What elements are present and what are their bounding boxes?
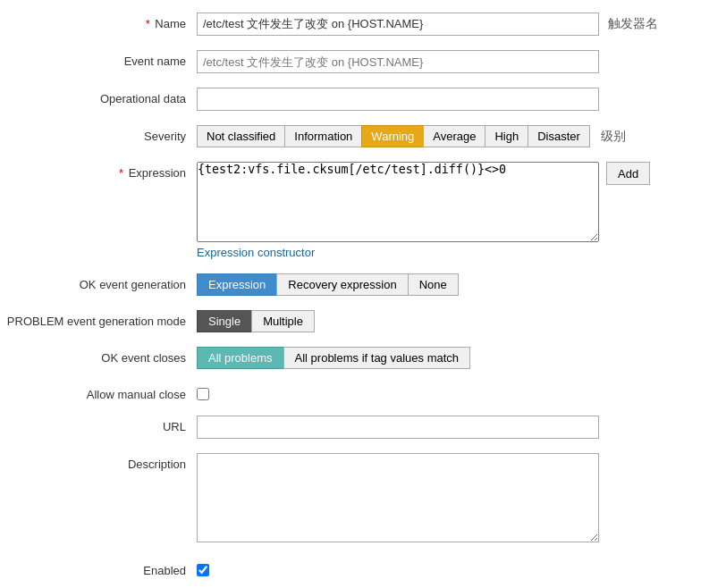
problem-event-single[interactable]: Single xyxy=(197,310,251,332)
severity-high[interactable]: High xyxy=(485,125,528,147)
ok-event-closes-tag[interactable]: All problems if tag values match xyxy=(283,347,471,369)
enabled-checkbox[interactable] xyxy=(197,564,209,576)
severity-group: Not classified Information Warning Avera… xyxy=(197,125,726,147)
enabled-row: Enabled xyxy=(0,556,726,581)
ok-event-closes-label: OK event closes xyxy=(0,347,197,365)
problem-event-row: PROBLEM event generation mode Single Mul… xyxy=(0,307,726,336)
ok-event-generation-row: OK event generation Expression Recovery … xyxy=(0,270,726,299)
severity-information[interactable]: Information xyxy=(284,125,361,147)
event-name-row: Event name xyxy=(0,46,726,77)
expression-row: * Expression {test2:vfs.file.cksum[/etc/… xyxy=(0,158,726,263)
event-name-label: Event name xyxy=(0,50,197,68)
expression-textarea[interactable]: {test2:vfs.file.cksum[/etc/test].diff()}… xyxy=(197,162,599,242)
allow-manual-close-checkbox[interactable] xyxy=(197,388,209,400)
name-hint: 触发器名 xyxy=(608,16,658,32)
severity-average[interactable]: Average xyxy=(423,125,485,147)
ok-event-closes-row: OK event closes All problems All problem… xyxy=(0,343,726,373)
description-textarea[interactable] xyxy=(197,453,599,542)
allow-manual-close-label: Allow manual close xyxy=(0,383,197,401)
ok-event-generation-label: OK event generation xyxy=(0,273,197,291)
severity-warning[interactable]: Warning xyxy=(361,125,423,147)
severity-disaster[interactable]: Disaster xyxy=(528,125,590,147)
ok-event-closes-toggle-group: All problems All problems if tag values … xyxy=(197,347,726,369)
ok-event-expression[interactable]: Expression xyxy=(197,273,276,296)
trigger-form: * Name 触发器名 Event name Operational data … xyxy=(0,0,726,588)
name-label: * Name xyxy=(0,13,197,30)
severity-not-classified[interactable]: Not classified xyxy=(197,125,284,147)
ok-event-none[interactable]: None xyxy=(408,273,459,296)
ok-event-toggle-group: Expression Recovery expression None xyxy=(197,273,726,296)
severity-row: Severity Not classified Information Warn… xyxy=(0,122,726,151)
description-row: Description xyxy=(0,449,726,549)
operational-data-row: Operational data xyxy=(0,84,726,114)
url-row: URL xyxy=(0,412,726,442)
allow-manual-close-row: Allow manual close xyxy=(0,380,726,405)
event-name-input[interactable] xyxy=(197,50,599,73)
operational-data-label: Operational data xyxy=(0,88,197,105)
expression-wrapper: {test2:vfs.file.cksum[/etc/test].diff()}… xyxy=(197,162,599,242)
name-input[interactable] xyxy=(197,13,599,36)
problem-event-multiple[interactable]: Multiple xyxy=(251,310,315,332)
description-label: Description xyxy=(0,453,197,471)
operational-data-input[interactable] xyxy=(197,88,599,111)
enabled-label: Enabled xyxy=(0,559,197,577)
problem-event-label: PROBLEM event generation mode xyxy=(0,310,197,328)
add-button[interactable]: Add xyxy=(606,162,650,185)
url-label: URL xyxy=(0,416,197,433)
problem-event-toggle-group: Single Multiple xyxy=(197,310,726,332)
ok-event-closes-all[interactable]: All problems xyxy=(197,347,283,369)
severity-label: Severity xyxy=(0,125,197,143)
expression-constructor-link[interactable]: Expression constructor xyxy=(197,246,726,259)
ok-event-recovery[interactable]: Recovery expression xyxy=(276,273,407,296)
severity-label-zh: 级别 xyxy=(601,129,626,145)
url-input[interactable] xyxy=(197,416,599,439)
expression-label: * Expression xyxy=(0,162,197,180)
name-row: * Name 触发器名 xyxy=(0,9,726,39)
